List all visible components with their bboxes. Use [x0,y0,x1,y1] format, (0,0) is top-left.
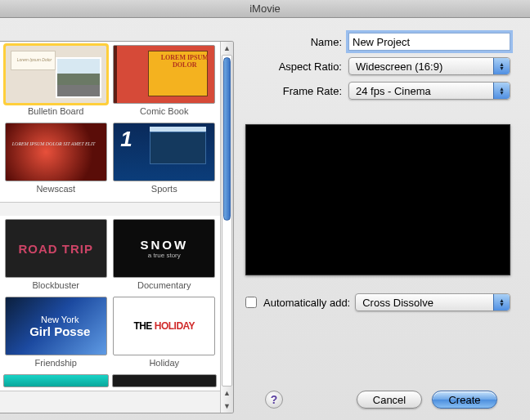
scroll-track[interactable] [222,55,232,386]
help-button[interactable]: ? [265,391,283,409]
theme-item-newscast[interactable]: LOREM IPSUM DOLOR SIT AMET ELIT Newscast [3,123,109,199]
theme-thumbnail: SNOW a true story [113,219,215,278]
transition-select[interactable]: Cross Dissolve ▲▼ [355,293,510,311]
theme-label: Blockbuster [3,280,109,290]
theme-item-holiday[interactable]: THE HOLIDAY Holiday [112,297,218,373]
scroll-thumb[interactable] [223,57,231,221]
theme-item-blockbuster[interactable]: ROAD TRIP Blockbuster [3,219,109,295]
theme-label: Bulletin Board [3,106,109,116]
theme-label: Comic Book [112,106,218,116]
theme-thumbnail [3,374,109,387]
transition-value: Cross Dissolve [362,297,433,309]
theme-thumbnail [113,123,215,181]
create-button[interactable]: Create [432,391,497,409]
theme-thumbnail: LOREM IPSUM DOLOR [113,45,215,104]
preview-area [245,124,510,275]
cancel-button[interactable]: Cancel [357,391,422,409]
theme-item-comic-book[interactable]: LOREM IPSUM DOLOR Comic Book [112,45,218,121]
theme-label: Newscast [3,184,109,194]
theme-item-bulletin-board[interactable]: Lorem Ipsum Dolor Bulletin Board [3,45,109,121]
theme-browser: Lorem Ipsum Dolor Bulletin Board LOREM I… [0,41,234,413]
frame-value: 24 fps - Cinema [356,85,431,97]
theme-thumbnail: ROAD TRIP [5,219,107,278]
theme-label: Friendship [3,358,109,368]
theme-item-friendship[interactable]: New York Girl Posse Friendship [3,297,109,373]
scroll-up-icon[interactable]: ▲ [221,42,233,55]
theme-label: Documentary [112,280,218,290]
theme-thumbnail [112,374,218,387]
theme-thumbnail: Lorem Ipsum Dolor [5,45,107,104]
name-label: Name: [245,36,342,48]
scroll-up2-icon[interactable]: ▲ [221,386,233,400]
theme-item-documentary[interactable]: SNOW a true story Documentary [112,219,218,295]
project-form: Name: Aspect Ratio: Widescreen (16:9) ▲▼… [245,33,510,420]
frame-rate-select[interactable]: 24 fps - Cinema ▲▼ [348,82,510,100]
scroll-down-icon[interactable]: ▼ [221,400,233,413]
theme-item-partial[interactable] [3,374,109,387]
theme-label: Sports [112,184,218,194]
theme-thumbnail: THE HOLIDAY [113,297,215,355]
theme-group: Lorem Ipsum Dolor Bulletin Board LOREM I… [0,42,220,203]
aspect-ratio-select[interactable]: Widescreen (16:9) ▲▼ [348,57,510,75]
aspect-label: Aspect Ratio: [245,60,342,73]
app-title: iMovie [0,0,530,18]
theme-thumbnail: New York Girl Posse [5,297,107,355]
theme-item-partial[interactable] [112,374,218,387]
scrollbar[interactable]: ▲ ▲ ▼ [220,42,233,413]
theme-thumbnail: LOREM IPSUM DOLOR SIT AMET ELIT [5,123,107,181]
select-stepper-icon: ▲▼ [493,58,510,74]
theme-item-sports[interactable]: Sports [112,123,218,199]
frame-rate-label: Frame Rate: [245,85,342,97]
auto-add-label: Automatically add: [263,297,350,309]
titlebar: iMovie [0,0,530,18]
theme-group: ROAD TRIP Blockbuster SNOW a true story … [0,216,220,391]
theme-label: Holiday [112,358,218,368]
auto-add-checkbox[interactable] [245,297,257,308]
name-input[interactable] [348,33,510,51]
select-stepper-icon: ▲▼ [493,83,510,99]
select-stepper-icon: ▲▼ [493,294,510,311]
aspect-value: Widescreen (16:9) [356,60,442,73]
help-icon: ? [271,393,278,406]
